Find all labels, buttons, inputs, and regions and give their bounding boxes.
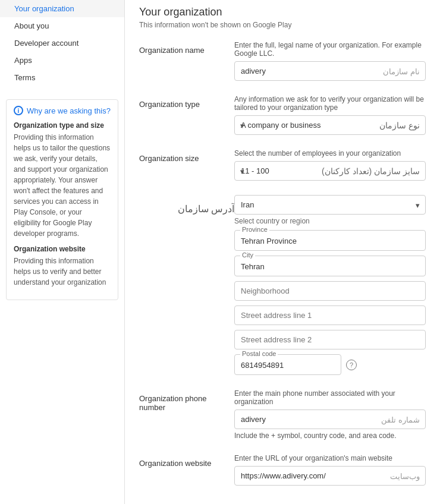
org-phone-label: Organization phone number [139,389,234,412]
org-type-select[interactable]: A company or business Individual Non-pro… [234,115,426,135]
org-size-helper: Select the number of employees in your o… [234,149,426,158]
postal-help-icon[interactable]: ? [346,360,357,370]
info-section-1-title: Organization type and size [14,121,111,130]
province-field: Province [234,230,426,251]
sidebar-nav: Your organization About you Developer ac… [0,0,124,92]
province-label: Province [240,226,269,233]
page-title: Your organization [139,6,426,18]
org-website-helper: Enter the URL of your organization's mai… [234,454,426,462]
neighborhood-input[interactable] [234,281,426,301]
street1-input[interactable] [234,305,426,325]
postal-row: Postal code ? [234,354,426,375]
org-website-label: Organization website [139,454,234,468]
sidebar-item-your-organization[interactable]: Your organization [0,0,124,17]
sidebar-item-developer-account[interactable]: Developer account [0,34,124,52]
org-phone-helper: Enter the main phone number associated w… [234,389,426,406]
main-content: Your organization This information won't… [125,0,440,504]
org-name-helper: Enter the full, legal name of your organ… [234,41,426,58]
org-website-input[interactable] [234,466,426,486]
street2-input[interactable] [234,330,426,349]
city-label: City [240,251,255,259]
org-size-field-col: Select the number of employees in your o… [234,149,426,181]
info-box: i Why are we asking this? Organization t… [6,99,118,300]
org-size-select-wrapper: 1 - 10 11 - 100 101 - 500 501 - 1000 100… [234,161,426,181]
org-type-select-wrapper: A company or business Individual Non-pro… [234,115,426,135]
info-section-2-text: Providing this information helps us to v… [14,256,111,288]
org-name-label: Organization name [139,41,234,55]
city-field: City [234,256,426,276]
org-name-field-col: Enter the full, legal name of your organ… [234,41,426,81]
postal-input-wrapper: Postal code [234,354,341,375]
org-phone-field-col: Enter the main phone number associated w… [234,389,426,440]
org-size-row: Organization size Select the number of e… [139,149,426,181]
org-phone-sub-helper: Include the + symbol, country code, and … [234,431,426,440]
sidebar-item-apps[interactable]: Apps [0,52,124,69]
org-type-label: Organization type [139,95,234,109]
org-phone-input[interactable] [234,410,426,429]
country-select-helper: Select country or region [234,217,426,225]
sidebar: Your organization About you Developer ac… [0,0,125,504]
org-address-label: آدرس سازمان [139,200,234,215]
org-address-label-col: آدرس سازمان [139,195,234,215]
sidebar-item-terms[interactable]: Terms [0,69,124,86]
org-website-input-wrapper: وب‌سایت [234,466,426,486]
org-website-field-col: Enter the URL of your organization's mai… [234,454,426,486]
address-fields: Province City [234,230,426,375]
postal-label: Postal code [240,350,278,357]
org-size-label: Organization size [139,149,234,163]
org-size-select[interactable]: 1 - 10 11 - 100 101 - 500 501 - 1000 100… [234,161,426,181]
org-name-input[interactable] [234,61,426,81]
org-type-field-col: Any information we ask for to verify you… [234,95,426,135]
sidebar-item-about-you[interactable]: About you [0,17,124,34]
org-name-input-wrapper: نام سازمان [234,61,426,81]
org-address-row: آدرس سازمان Iran United States United Ki… [139,195,426,375]
org-phone-row: Organization phone number Enter the main… [139,389,426,440]
province-input[interactable] [234,230,426,251]
org-website-row: Organization website Enter the URL of yo… [139,454,426,486]
org-phone-input-wrapper: شماره تلفن [234,410,426,429]
info-section-1-text: Providing this information helps us to t… [14,132,111,239]
country-select-wrapper: Iran United States United Kingdom German… [234,195,426,215]
page-layout: Your organization About you Developer ac… [0,0,440,504]
city-input[interactable] [234,256,426,276]
org-name-row: Organization name Enter the full, legal … [139,41,426,81]
org-type-helper: Any information we ask for to verify you… [234,95,426,112]
page-subtitle: This information won't be shown on Googl… [139,21,426,29]
postal-input[interactable] [234,354,341,375]
info-icon: i [14,106,23,115]
info-section-2-title: Organization website [14,245,111,253]
org-address-field-col: Iran United States United Kingdom German… [234,195,426,375]
country-select[interactable]: Iran United States United Kingdom German… [234,195,426,215]
org-type-row: Organization type Any information we ask… [139,95,426,135]
info-box-title: i Why are we asking this? [14,106,111,115]
